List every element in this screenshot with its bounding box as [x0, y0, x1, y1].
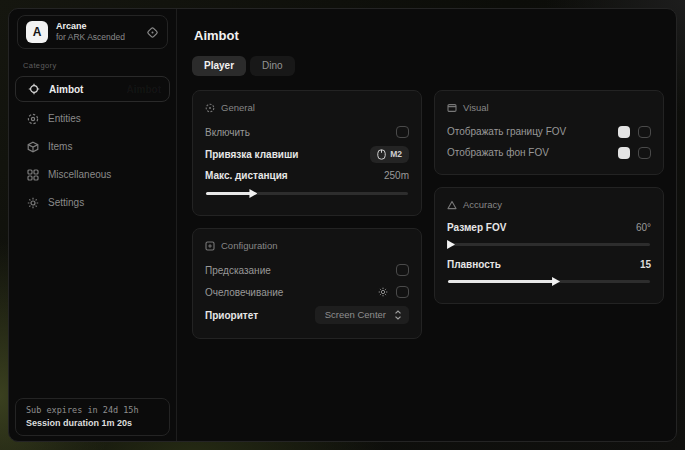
fov-border-label: Отображать границу FOV [447, 126, 618, 137]
priority-selected-value: Screen Center [325, 309, 386, 320]
app-name: Arcane [56, 21, 138, 32]
fov-size-value: 60° [636, 222, 651, 233]
overlay-window: A Arcane for ARK Ascended Category [8, 8, 677, 442]
sidebar: A Arcane for ARK Ascended Category [9, 9, 177, 441]
crosshair-icon [28, 83, 40, 95]
session-duration-text: Session duration 1m 20s [26, 418, 159, 428]
visual-section-icon [447, 103, 457, 113]
priority-label: Приоритет [205, 310, 315, 321]
smoothness-label: Плавность [447, 259, 640, 270]
keybind-label: Привязка клавиши [205, 149, 370, 160]
tab-bar: Player Dino [192, 56, 664, 76]
sidebar-item-ghost-text: Aimbot [127, 84, 161, 95]
sub-expires-text: Sub expires in 24d 15h [26, 405, 159, 415]
max-distance-slider[interactable] [206, 188, 408, 198]
tab-player[interactable]: Player [192, 56, 246, 76]
sidebar-item-items[interactable]: Items [9, 133, 176, 160]
humanize-settings-gear-icon[interactable] [378, 287, 388, 297]
box-icon [27, 141, 39, 153]
sidebar-item-label: Entities [48, 113, 81, 124]
smoothness-value: 15 [640, 259, 651, 270]
general-card: General Включить Привязка клавиши [192, 90, 422, 216]
accuracy-card: Accuracy Размер FOV 60° Плавность 15 [434, 187, 664, 304]
enable-checkbox[interactable] [396, 126, 409, 138]
fov-bg-color-swatch[interactable] [618, 147, 630, 159]
visual-section-title: Visual [463, 102, 489, 113]
enable-label: Включить [205, 127, 396, 138]
max-distance-label: Макс. дистанция [205, 170, 384, 181]
priority-select[interactable]: Screen Center [315, 306, 409, 324]
configuration-section-title: Configuration [221, 240, 278, 251]
gem-icon[interactable] [146, 26, 159, 39]
app-logo-card: A Arcane for ARK Ascended [17, 15, 168, 49]
keybind-value: M2 [390, 149, 402, 159]
configuration-card: Configuration Предсказание Очеловечивани… [192, 228, 422, 339]
slider-thumb[interactable] [552, 277, 560, 286]
humanize-label: Очеловечивание [205, 287, 378, 298]
fov-border-checkbox[interactable] [638, 126, 651, 138]
sidebar-item-label: Items [48, 141, 72, 152]
entities-icon [27, 113, 39, 125]
sidebar-item-label: Miscellaneous [48, 169, 111, 180]
slider-thumb[interactable] [249, 189, 257, 198]
sidebar-item-settings[interactable]: Settings [9, 189, 176, 216]
accuracy-section-icon [447, 200, 457, 210]
prediction-checkbox[interactable] [396, 264, 409, 276]
smoothness-slider[interactable] [448, 276, 650, 286]
fov-border-color-swatch[interactable] [618, 126, 630, 138]
accuracy-section-title: Accuracy [463, 199, 502, 210]
app-logo: A [26, 21, 48, 43]
sidebar-item-label: Aimbot [49, 84, 83, 95]
humanize-checkbox[interactable] [396, 286, 409, 298]
visual-card: Visual Отображать границу FOV Отображать… [434, 90, 664, 175]
general-section-icon [205, 103, 215, 113]
grid-icon [27, 169, 39, 181]
keybind-button[interactable]: M2 [370, 146, 409, 163]
category-label: Category [23, 61, 176, 70]
sidebar-nav: Aimbot Aimbot Entities Items [9, 76, 176, 216]
gear-icon [27, 197, 39, 209]
main-content: Aimbot Player Dino General [177, 9, 676, 441]
sidebar-item-miscellaneous[interactable]: Miscellaneous [9, 161, 176, 188]
sidebar-item-label: Settings [48, 197, 84, 208]
fov-size-label: Размер FOV [447, 222, 636, 233]
subscription-info: Sub expires in 24d 15h Session duration … [15, 398, 170, 436]
chevron-up-down-icon [394, 310, 402, 320]
fov-bg-label: Отображать фон FOV [447, 147, 618, 158]
tab-dino[interactable]: Dino [250, 56, 295, 76]
prediction-label: Предсказание [205, 265, 396, 276]
general-section-title: General [221, 102, 255, 113]
fov-bg-checkbox[interactable] [638, 147, 651, 159]
slider-thumb[interactable] [447, 240, 455, 249]
max-distance-value: 250m [384, 170, 409, 181]
page-title: Aimbot [194, 28, 664, 43]
mouse-icon [377, 149, 386, 160]
sidebar-item-aimbot[interactable]: Aimbot Aimbot [15, 76, 170, 102]
configuration-section-icon [205, 241, 215, 251]
sidebar-item-entities[interactable]: Entities [9, 105, 176, 132]
app-subtitle: for ARK Ascended [56, 32, 138, 43]
fov-size-slider[interactable] [448, 239, 650, 249]
